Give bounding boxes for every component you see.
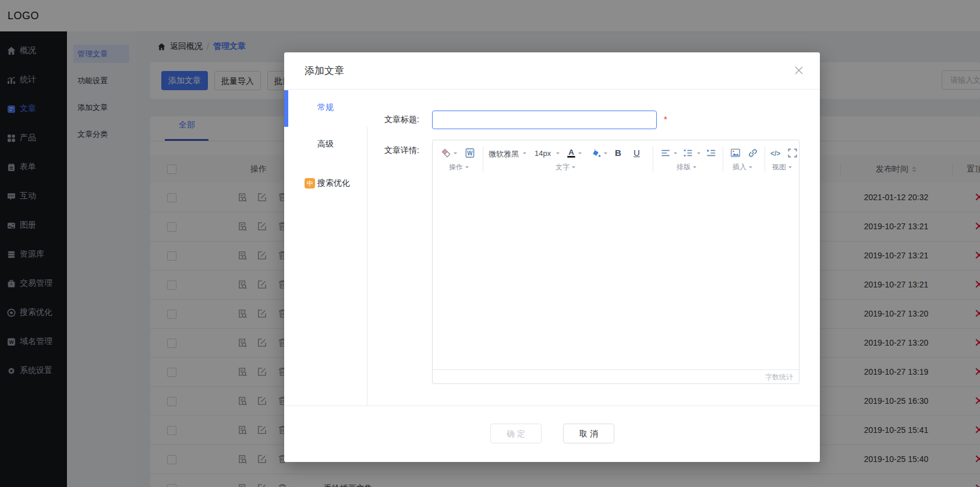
indent-icon[interactable] xyxy=(705,147,717,159)
font-color-icon[interactable]: A xyxy=(565,147,577,159)
article-title-input[interactable] xyxy=(432,111,657,129)
group-label-text[interactable]: 文字 xyxy=(556,162,575,172)
eraser-dropdown-caret[interactable] xyxy=(454,152,457,156)
modal-tab[interactable]: 中 搜索优化 xyxy=(284,166,367,201)
font-size-caret[interactable] xyxy=(556,152,560,156)
close-icon[interactable] xyxy=(794,66,804,75)
article-title-label: 文章标题: xyxy=(349,115,419,125)
word-import-icon[interactable]: W xyxy=(464,147,476,159)
cn-badge: 中 xyxy=(305,178,315,189)
toolbar-divider xyxy=(723,146,723,172)
footer-divider xyxy=(284,406,820,406)
group-label-layout[interactable]: 排版 xyxy=(677,162,696,172)
modal-title: 添加文章 xyxy=(305,52,344,89)
font-family-caret[interactable] xyxy=(523,152,526,156)
confirm-button[interactable]: 确 定 xyxy=(490,424,542,443)
line-height-caret[interactable] xyxy=(697,152,700,156)
underline-button[interactable]: U xyxy=(634,148,640,158)
insert-image-icon[interactable] xyxy=(730,147,741,159)
source-code-button[interactable]: </> xyxy=(770,150,780,158)
cancel-button[interactable]: 取 消 xyxy=(563,424,614,443)
editor-toolbar: W 微软雅黑 14px A B U xyxy=(433,140,799,178)
bg-color-caret[interactable] xyxy=(604,152,607,156)
toolbar-divider xyxy=(653,146,653,172)
align-caret[interactable] xyxy=(674,152,677,156)
rich-text-editor: W 微软雅黑 14px A B U xyxy=(432,140,799,384)
group-label-insert[interactable]: 插入 xyxy=(733,162,752,172)
align-icon[interactable] xyxy=(660,147,671,159)
word-count-label: 字数统计 xyxy=(433,369,799,383)
screen: LOGO 概况 统计 文章 产品 表单 互动 图册 资源库 交易管 xyxy=(0,0,980,487)
font-size-select[interactable]: 14px xyxy=(535,149,551,158)
svg-text:A: A xyxy=(568,148,574,157)
modal-tab[interactable]: 高级 xyxy=(284,127,367,162)
add-article-modal: 添加文章 常规 高级 中 搜索优化 文章标题: * 文章详情: xyxy=(284,52,820,462)
bold-button[interactable]: B xyxy=(615,148,621,158)
line-height-icon[interactable] xyxy=(682,147,694,159)
toolbar-divider xyxy=(765,146,765,172)
required-mark: * xyxy=(664,114,667,124)
editor-content-area[interactable] xyxy=(433,177,799,369)
toolbar-divider xyxy=(483,146,483,172)
font-color-caret[interactable] xyxy=(578,152,582,156)
font-family-select[interactable]: 微软雅黑 xyxy=(489,149,519,159)
bg-color-icon[interactable] xyxy=(590,147,602,159)
svg-text:W: W xyxy=(467,150,473,157)
group-label-ops[interactable]: 操作 xyxy=(449,162,469,172)
modal-header: 添加文章 xyxy=(284,52,820,90)
insert-link-icon[interactable] xyxy=(747,147,759,159)
group-label-view[interactable]: 视图 xyxy=(772,162,792,172)
eraser-icon[interactable] xyxy=(440,147,452,159)
fullscreen-icon[interactable] xyxy=(787,147,798,159)
article-detail-label: 文章详情: xyxy=(349,145,419,156)
